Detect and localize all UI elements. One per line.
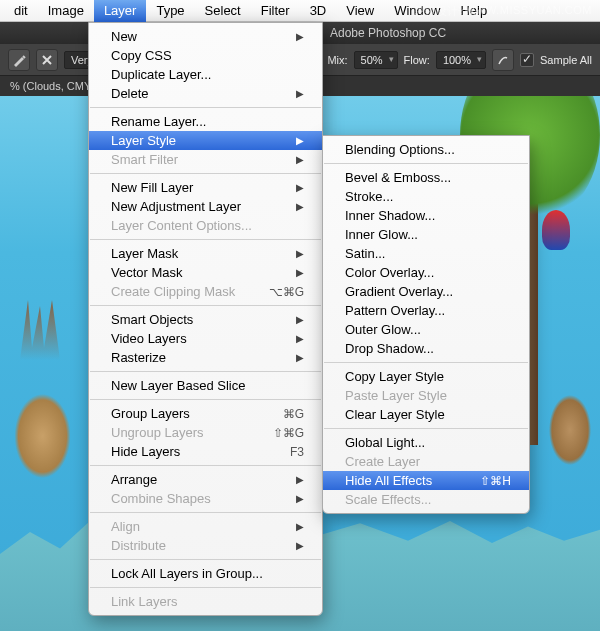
menubar-item-image[interactable]: Image xyxy=(38,0,94,22)
layer-menu-separator xyxy=(90,173,321,174)
layer-style-item-global-light[interactable]: Global Light... xyxy=(323,433,529,452)
watermark-url: WWW.MISSYUAN.COM xyxy=(464,4,592,16)
layer-style-item-create-layer: Create Layer xyxy=(323,452,529,471)
layer-menu-item-arrange[interactable]: Arrange▶ xyxy=(89,470,322,489)
layer-style-item-clear-layer-style[interactable]: Clear Layer Style xyxy=(323,405,529,424)
brush-cross-icon[interactable] xyxy=(36,49,58,71)
menu-item-shortcut: ⌘G xyxy=(283,407,304,421)
menubar-item-dit[interactable]: dit xyxy=(4,0,38,22)
layer-menu-item-new[interactable]: New▶ xyxy=(89,27,322,46)
layer-menu-item-layer-mask[interactable]: Layer Mask▶ xyxy=(89,244,322,263)
menu-item-label: Delete xyxy=(111,86,276,101)
squirrel-graphic xyxy=(540,370,600,490)
mix-value-select[interactable]: 50% xyxy=(354,51,398,69)
menu-item-label: Copy Layer Style xyxy=(345,369,511,384)
menu-item-label: Combine Shapes xyxy=(111,491,276,506)
layer-style-separator xyxy=(324,163,528,164)
layer-menu-item-copy-css[interactable]: Copy CSS xyxy=(89,46,322,65)
menu-item-label: Copy CSS xyxy=(111,48,304,63)
layer-style-item-drop-shadow[interactable]: Drop Shadow... xyxy=(323,339,529,358)
layer-menu-dropdown: New▶Copy CSSDuplicate Layer...Delete▶Ren… xyxy=(88,22,323,616)
menubar-item-filter[interactable]: Filter xyxy=(251,0,300,22)
submenu-arrow-icon: ▶ xyxy=(296,333,304,344)
layer-style-item-outer-glow[interactable]: Outer Glow... xyxy=(323,320,529,339)
app-title: Adobe Photoshop CC xyxy=(330,26,446,40)
layer-menu-item-rasterize[interactable]: Rasterize▶ xyxy=(89,348,322,367)
layer-menu-item-smart-filter: Smart Filter▶ xyxy=(89,150,322,169)
layer-menu-item-ungroup-layers: Ungroup Layers⇧⌘G xyxy=(89,423,322,442)
menu-item-label: Group Layers xyxy=(111,406,263,421)
menubar-item-type[interactable]: Type xyxy=(146,0,194,22)
parrot-graphic xyxy=(542,210,570,250)
layer-menu-item-vector-mask[interactable]: Vector Mask▶ xyxy=(89,263,322,282)
layer-menu-item-smart-objects[interactable]: Smart Objects▶ xyxy=(89,310,322,329)
layer-style-item-inner-shadow[interactable]: Inner Shadow... xyxy=(323,206,529,225)
layer-style-item-hide-all-effects[interactable]: Hide All Effects⇧⌘H xyxy=(323,471,529,490)
menu-item-label: Pattern Overlay... xyxy=(345,303,511,318)
layer-style-item-stroke[interactable]: Stroke... xyxy=(323,187,529,206)
menu-item-label: Video Layers xyxy=(111,331,276,346)
layer-style-item-inner-glow[interactable]: Inner Glow... xyxy=(323,225,529,244)
layer-menu-item-lock-all-layers-in-group[interactable]: Lock All Layers in Group... xyxy=(89,564,322,583)
menu-item-label: Layer Content Options... xyxy=(111,218,304,233)
menubar-item-select[interactable]: Select xyxy=(195,0,251,22)
layer-style-item-pattern-overlay[interactable]: Pattern Overlay... xyxy=(323,301,529,320)
menu-item-label: Create Layer xyxy=(345,454,511,469)
menu-item-label: Drop Shadow... xyxy=(345,341,511,356)
layer-menu-item-delete[interactable]: Delete▶ xyxy=(89,84,322,103)
submenu-arrow-icon: ▶ xyxy=(296,267,304,278)
airbrush-icon[interactable] xyxy=(492,49,514,71)
layer-menu-separator xyxy=(90,512,321,513)
layer-menu-separator xyxy=(90,559,321,560)
layer-style-item-scale-effects: Scale Effects... xyxy=(323,490,529,509)
menubar-item-layer[interactable]: Layer xyxy=(94,0,147,22)
menu-item-label: Gradient Overlay... xyxy=(345,284,511,299)
submenu-arrow-icon: ▶ xyxy=(296,201,304,212)
menu-item-label: Stroke... xyxy=(345,189,511,204)
layer-menu-item-layer-style[interactable]: Layer Style▶ xyxy=(89,131,322,150)
menu-item-label: Inner Glow... xyxy=(345,227,511,242)
menu-item-label: Blending Options... xyxy=(345,142,511,157)
layer-style-item-satin[interactable]: Satin... xyxy=(323,244,529,263)
menu-item-label: Arrange xyxy=(111,472,276,487)
layer-style-item-blending-options[interactable]: Blending Options... xyxy=(323,140,529,159)
layer-style-item-gradient-overlay[interactable]: Gradient Overlay... xyxy=(323,282,529,301)
layer-menu-separator xyxy=(90,371,321,372)
layer-menu-item-link-layers: Link Layers xyxy=(89,592,322,611)
layer-style-item-bevel-emboss[interactable]: Bevel & Emboss... xyxy=(323,168,529,187)
menu-item-shortcut: ⇧⌘G xyxy=(273,426,304,440)
menubar-item-3d[interactable]: 3D xyxy=(300,0,337,22)
menu-item-label: Hide Layers xyxy=(111,444,270,459)
layer-style-submenu: Blending Options...Bevel & Emboss...Stro… xyxy=(322,135,530,514)
layer-menu-item-combine-shapes: Combine Shapes▶ xyxy=(89,489,322,508)
submenu-arrow-icon: ▶ xyxy=(296,352,304,363)
menubar-item-view[interactable]: View xyxy=(336,0,384,22)
menu-item-label: New Fill Layer xyxy=(111,180,276,195)
layer-menu-item-hide-layers[interactable]: Hide LayersF3 xyxy=(89,442,322,461)
menu-item-label: Align xyxy=(111,519,276,534)
layer-menu-separator xyxy=(90,587,321,588)
layer-menu-item-rename-layer[interactable]: Rename Layer... xyxy=(89,112,322,131)
sample-all-checkbox[interactable] xyxy=(520,53,534,67)
menu-item-label: Smart Filter xyxy=(111,152,276,167)
menu-item-label: Link Layers xyxy=(111,594,304,609)
layer-menu-item-new-layer-based-slice[interactable]: New Layer Based Slice xyxy=(89,376,322,395)
menu-item-label: Smart Objects xyxy=(111,312,276,327)
layer-menu-item-new-adjustment-layer[interactable]: New Adjustment Layer▶ xyxy=(89,197,322,216)
flow-label: Flow: xyxy=(404,54,430,66)
menu-item-label: Distribute xyxy=(111,538,276,553)
flow-value-select[interactable]: 100% xyxy=(436,51,486,69)
layer-menu-item-distribute: Distribute▶ xyxy=(89,536,322,555)
deer-graphic xyxy=(0,340,85,500)
layer-style-item-color-overlay[interactable]: Color Overlay... xyxy=(323,263,529,282)
layer-menu-item-group-layers[interactable]: Group Layers⌘G xyxy=(89,404,322,423)
layer-style-item-copy-layer-style[interactable]: Copy Layer Style xyxy=(323,367,529,386)
tool-preset-icon[interactable] xyxy=(8,49,30,71)
layer-menu-item-new-fill-layer[interactable]: New Fill Layer▶ xyxy=(89,178,322,197)
menu-item-label: Bevel & Emboss... xyxy=(345,170,511,185)
menu-item-label: Layer Style xyxy=(111,133,276,148)
menu-item-label: Hide All Effects xyxy=(345,473,460,488)
layer-menu-item-video-layers[interactable]: Video Layers▶ xyxy=(89,329,322,348)
layer-menu-item-duplicate-layer[interactable]: Duplicate Layer... xyxy=(89,65,322,84)
layer-style-separator xyxy=(324,362,528,363)
